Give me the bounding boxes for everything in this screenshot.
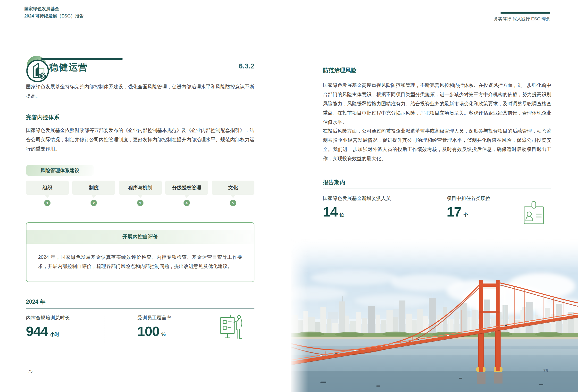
risk-item-procedure: 程序与机制 xyxy=(119,181,162,195)
dispatched-staff-number: 14 xyxy=(323,204,337,219)
page-number-right: 76 xyxy=(543,368,548,373)
risk-system-badge: 风险管理体系建设 xyxy=(26,165,94,176)
section-title: 稳健运营 xyxy=(49,61,88,74)
report-spread: 国家绿色发展基金 2024 可持续发展（ESG）报告 务实笃行 深入践行 ESG… xyxy=(0,0,578,392)
training-hours-label: 内控合规培训总时长 xyxy=(26,315,70,321)
header-org-name: 国家绿色发展基金 xyxy=(24,6,59,12)
intro-paragraph: 国家绿色发展基金持续完善内部控制体系建设，强化全面风险管理，促进内部治理水平和风… xyxy=(26,82,254,100)
header-divider-right xyxy=(323,13,501,13)
self-evaluation-body: 2024 年，国家绿色发展基金认真落实绩效评价检查、内控专项检查、基金运营自查等… xyxy=(26,244,254,271)
dispatched-staff-label: 国家绿色发展基金新增委派人员 xyxy=(323,195,391,202)
timeline-dot-2: 2 xyxy=(91,200,97,206)
stats-2024-rule xyxy=(26,308,254,308)
bridge-photo xyxy=(291,239,578,392)
subsection-heading: 完善内控体系 xyxy=(26,114,59,121)
positions-label: 项目中担任各类职位 xyxy=(447,195,490,202)
section-title-line xyxy=(121,59,254,59)
subsection-paragraph: 国家绿色发展基金依照财政部等五部委发布的《企业内部控制基本规范》及《企业内部控制… xyxy=(26,126,254,153)
dispatched-staff-value: 14位 xyxy=(323,204,344,220)
training-hours-unit: 小时 xyxy=(50,332,59,337)
positions-value: 17个 xyxy=(447,204,468,220)
stats-divider-right-page xyxy=(417,196,417,224)
stats-divider-left-page xyxy=(104,316,104,343)
coverage-number: 100 xyxy=(137,324,159,339)
self-evaluation-title: 开展内控自评价 xyxy=(26,230,254,244)
self-evaluation-box: 开展内控自评价 2024 年，国家绿色发展基金认真落实绩效评价检查、内控专项检查… xyxy=(26,222,254,282)
header-divider-left xyxy=(64,10,254,10)
id-badge-icon xyxy=(522,200,545,226)
risk-system-timeline: 1 2 3 4 5 xyxy=(26,200,254,206)
risk-item-culture: 文化 xyxy=(212,181,254,195)
risk-item-organization: 组织 xyxy=(26,181,69,195)
coverage-value: 100% xyxy=(137,323,165,339)
header-report-title: 2024 可持续发展（ESG）报告 xyxy=(24,13,84,19)
risk-item-system: 制度 xyxy=(72,181,115,195)
coverage-label: 受训员工覆盖率 xyxy=(137,315,171,321)
risk-item-authorization: 分级授权管理 xyxy=(165,181,208,195)
coverage-unit: % xyxy=(161,332,165,337)
timeline-dot-4: 4 xyxy=(184,200,190,206)
header-slogan: 务实笃行 深入践行 ESG 理念 xyxy=(437,16,550,22)
header-accent-bar xyxy=(501,12,550,14)
timeline-dot-5: 5 xyxy=(230,200,236,206)
positions-unit: 个 xyxy=(463,212,468,217)
positions-number: 17 xyxy=(447,204,461,219)
training-hours-value: 944小时 xyxy=(26,323,59,339)
risk-prevention-paragraph-1: 国家绿色发展基金高度重视风险防范和管理，不断完善风控和内控体系。在投资风控方面，… xyxy=(323,81,551,127)
page-number-left: 75 xyxy=(28,369,33,374)
presenter-board-icon xyxy=(220,314,244,340)
section-title-bar xyxy=(41,58,123,60)
timeline-dot-1: 1 xyxy=(44,200,50,206)
report-period-rule xyxy=(323,189,551,189)
timeline-dot-3: 3 xyxy=(137,200,144,206)
dispatched-staff-unit: 位 xyxy=(339,212,344,217)
training-hours-number: 944 xyxy=(26,324,48,339)
report-period-heading: 报告期内 xyxy=(323,179,345,186)
risk-prevention-paragraph-2: 在投后风险方面，公司通过向被投企业派遣董监事或高级管理人员，深度参与投资项目的后… xyxy=(323,126,551,163)
section-number: 6.3.2 xyxy=(209,62,254,70)
risk-prevention-heading: 防范治理风险 xyxy=(323,66,356,74)
stats-2024-heading: 2024 年 xyxy=(26,298,46,306)
risk-system-items: 组织 制度 程序与机制 分级授权管理 文化 xyxy=(26,181,254,195)
